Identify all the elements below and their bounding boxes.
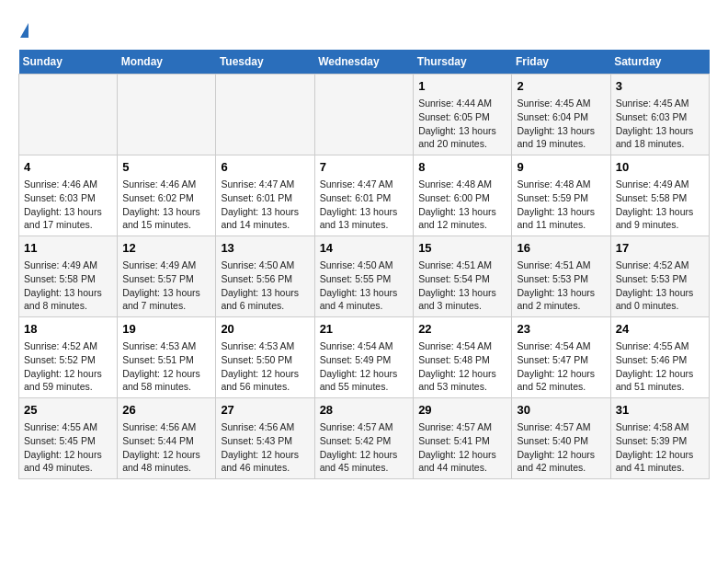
day-info: Sunrise: 4:52 AMSunset: 5:52 PMDaylight:… [24,339,112,394]
calendar-cell: 15Sunrise: 4:51 AMSunset: 5:54 PMDayligh… [414,236,512,317]
day-info: Sunrise: 4:50 AMSunset: 5:56 PMDaylight:… [221,259,309,313]
calendar-table: SundayMondayTuesdayWednesdayThursdayFrid… [18,50,710,479]
calendar-cell: 8Sunrise: 4:48 AMSunset: 6:00 PMDaylight… [414,155,512,236]
day-number: 20 [221,321,309,338]
calendar-cell: 21Sunrise: 4:54 AMSunset: 5:49 PMDayligh… [314,317,414,398]
calendar-body: 1Sunrise: 4:44 AMSunset: 6:05 PMDaylight… [19,75,710,479]
weekday-monday: Monday [118,50,216,75]
day-number: 16 [517,240,605,257]
calendar-cell: 25Sunrise: 4:55 AMSunset: 5:45 PMDayligh… [19,397,118,478]
day-number: 23 [517,321,605,338]
calendar-cell: 13Sunrise: 4:50 AMSunset: 5:56 PMDayligh… [216,236,314,317]
day-number: 5 [122,159,210,176]
calendar-cell: 20Sunrise: 4:53 AMSunset: 5:50 PMDayligh… [216,317,314,398]
day-info: Sunrise: 4:54 AMSunset: 5:47 PMDaylight:… [517,339,605,394]
day-number: 24 [616,321,704,338]
day-number: 13 [221,240,309,257]
calendar-cell: 10Sunrise: 4:49 AMSunset: 5:58 PMDayligh… [610,155,709,236]
weekday-saturday: Saturday [610,50,709,75]
day-info: Sunrise: 4:51 AMSunset: 5:54 PMDaylight:… [418,259,506,313]
day-number: 31 [616,402,704,419]
calendar-cell: 5Sunrise: 4:46 AMSunset: 6:02 PMDaylight… [118,155,216,236]
day-number: 6 [221,159,309,176]
day-number: 8 [418,159,506,176]
day-number: 19 [122,321,210,338]
day-info: Sunrise: 4:47 AMSunset: 6:01 PMDaylight:… [221,178,309,232]
day-info: Sunrise: 4:55 AMSunset: 5:45 PMDaylight:… [24,420,112,475]
day-info: Sunrise: 4:54 AMSunset: 5:48 PMDaylight:… [418,339,506,394]
calendar-cell [118,75,216,155]
day-info: Sunrise: 4:52 AMSunset: 5:53 PMDaylight:… [616,259,704,313]
day-number: 1 [418,78,506,95]
day-info: Sunrise: 4:57 AMSunset: 5:41 PMDaylight:… [418,420,506,475]
calendar-cell: 18Sunrise: 4:52 AMSunset: 5:52 PMDayligh… [19,317,118,398]
day-number: 10 [616,159,704,176]
calendar-week-3: 11Sunrise: 4:49 AMSunset: 5:58 PMDayligh… [19,236,710,317]
day-number: 3 [616,78,704,95]
day-info: Sunrise: 4:56 AMSunset: 5:44 PMDaylight:… [122,420,210,475]
calendar-cell: 1Sunrise: 4:44 AMSunset: 6:05 PMDaylight… [414,75,512,155]
day-number: 11 [24,240,112,257]
day-info: Sunrise: 4:57 AMSunset: 5:40 PMDaylight:… [517,420,605,475]
calendar-cell: 4Sunrise: 4:46 AMSunset: 6:03 PMDaylight… [19,155,118,236]
day-info: Sunrise: 4:46 AMSunset: 6:02 PMDaylight:… [122,178,210,232]
day-number: 25 [24,402,112,419]
weekday-sunday: Sunday [19,50,118,75]
day-info: Sunrise: 4:48 AMSunset: 5:59 PMDaylight:… [517,178,605,232]
day-number: 28 [320,402,409,419]
day-number: 21 [320,321,409,338]
calendar-cell: 16Sunrise: 4:51 AMSunset: 5:53 PMDayligh… [512,236,610,317]
calendar-cell: 19Sunrise: 4:53 AMSunset: 5:51 PMDayligh… [118,317,216,398]
calendar-cell [314,75,414,155]
day-number: 2 [517,78,605,95]
calendar-cell: 17Sunrise: 4:52 AMSunset: 5:53 PMDayligh… [610,236,709,317]
day-number: 17 [616,240,704,257]
day-info: Sunrise: 4:56 AMSunset: 5:43 PMDaylight:… [221,420,309,475]
day-number: 30 [517,402,605,419]
calendar-week-1: 1Sunrise: 4:44 AMSunset: 6:05 PMDaylight… [19,75,710,155]
day-number: 26 [122,402,210,419]
day-number: 12 [122,240,210,257]
day-number: 14 [320,240,409,257]
calendar-cell: 6Sunrise: 4:47 AMSunset: 6:01 PMDaylight… [216,155,314,236]
day-number: 15 [418,240,506,257]
calendar-cell: 12Sunrise: 4:49 AMSunset: 5:57 PMDayligh… [118,236,216,317]
day-number: 4 [24,159,112,176]
calendar-week-2: 4Sunrise: 4:46 AMSunset: 6:03 PMDaylight… [19,155,710,236]
day-info: Sunrise: 4:46 AMSunset: 6:03 PMDaylight:… [24,178,112,232]
day-info: Sunrise: 4:57 AMSunset: 5:42 PMDaylight:… [320,420,409,475]
calendar-cell: 9Sunrise: 4:48 AMSunset: 5:59 PMDaylight… [512,155,610,236]
weekday-friday: Friday [512,50,610,75]
day-info: Sunrise: 4:47 AMSunset: 6:01 PMDaylight:… [320,178,409,232]
day-info: Sunrise: 4:58 AMSunset: 5:39 PMDaylight:… [616,420,704,475]
calendar-week-5: 25Sunrise: 4:55 AMSunset: 5:45 PMDayligh… [19,397,710,478]
day-info: Sunrise: 4:49 AMSunset: 5:58 PMDaylight:… [24,259,112,313]
calendar-cell [216,75,314,155]
logo-text [18,18,28,40]
calendar-cell: 26Sunrise: 4:56 AMSunset: 5:44 PMDayligh… [118,397,216,478]
calendar-cell: 28Sunrise: 4:57 AMSunset: 5:42 PMDayligh… [314,397,414,478]
calendar-cell: 14Sunrise: 4:50 AMSunset: 5:55 PMDayligh… [314,236,414,317]
day-info: Sunrise: 4:53 AMSunset: 5:51 PMDaylight:… [122,339,210,394]
day-number: 9 [517,159,605,176]
calendar-cell: 7Sunrise: 4:47 AMSunset: 6:01 PMDaylight… [314,155,414,236]
calendar-header: SundayMondayTuesdayWednesdayThursdayFrid… [19,50,710,75]
day-info: Sunrise: 4:50 AMSunset: 5:55 PMDaylight:… [320,259,409,313]
calendar-cell: 3Sunrise: 4:45 AMSunset: 6:03 PMDaylight… [610,75,709,155]
calendar-cell: 11Sunrise: 4:49 AMSunset: 5:58 PMDayligh… [19,236,118,317]
calendar-cell: 31Sunrise: 4:58 AMSunset: 5:39 PMDayligh… [610,397,709,478]
day-info: Sunrise: 4:49 AMSunset: 5:58 PMDaylight:… [616,178,704,232]
day-number: 22 [418,321,506,338]
day-info: Sunrise: 4:48 AMSunset: 6:00 PMDaylight:… [418,178,506,232]
calendar-cell: 23Sunrise: 4:54 AMSunset: 5:47 PMDayligh… [512,317,610,398]
logo [18,18,28,40]
day-number: 7 [320,159,409,176]
day-info: Sunrise: 4:44 AMSunset: 6:05 PMDaylight:… [418,97,506,151]
weekday-thursday: Thursday [414,50,512,75]
calendar-week-4: 18Sunrise: 4:52 AMSunset: 5:52 PMDayligh… [19,317,710,398]
day-info: Sunrise: 4:53 AMSunset: 5:50 PMDaylight:… [221,339,309,394]
page-header [18,18,710,40]
calendar-cell: 29Sunrise: 4:57 AMSunset: 5:41 PMDayligh… [414,397,512,478]
day-number: 27 [221,402,309,419]
calendar-cell: 2Sunrise: 4:45 AMSunset: 6:04 PMDaylight… [512,75,610,155]
